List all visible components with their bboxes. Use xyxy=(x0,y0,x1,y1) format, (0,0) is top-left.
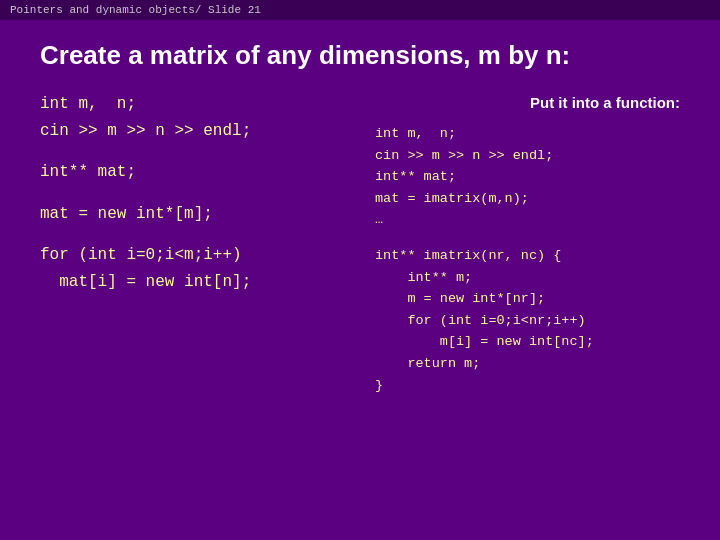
slide-header-label: Pointers and dynamic objects/ Slide 21 xyxy=(10,4,261,16)
right-column: Put it into a function: int m, n; cin >>… xyxy=(375,91,680,396)
right-code-block1: int m, n; cin >> m >> n >> endl; int** m… xyxy=(375,123,680,231)
slide-title: Create a matrix of any dimensions, m by … xyxy=(40,40,680,71)
right-code-block2: int** imatrix(nr, nc) { int** m; m = new… xyxy=(375,245,680,396)
slide-content: Create a matrix of any dimensions, m by … xyxy=(0,20,720,416)
left-code-block1: int m, n; cin >> m >> n >> endl; xyxy=(40,91,345,145)
left-code-block3: mat = new int*[m]; xyxy=(40,201,345,228)
slide-header: Pointers and dynamic objects/ Slide 21 xyxy=(0,0,720,20)
left-column: int m, n; cin >> m >> n >> endl; int** m… xyxy=(40,91,345,396)
left-code-block4: for (int i=0;i<m;i++) mat[i] = new int[n… xyxy=(40,242,345,296)
left-code-block2: int** mat; xyxy=(40,159,345,186)
right-column-header: Put it into a function: xyxy=(375,91,680,115)
columns-container: int m, n; cin >> m >> n >> endl; int** m… xyxy=(40,91,680,396)
